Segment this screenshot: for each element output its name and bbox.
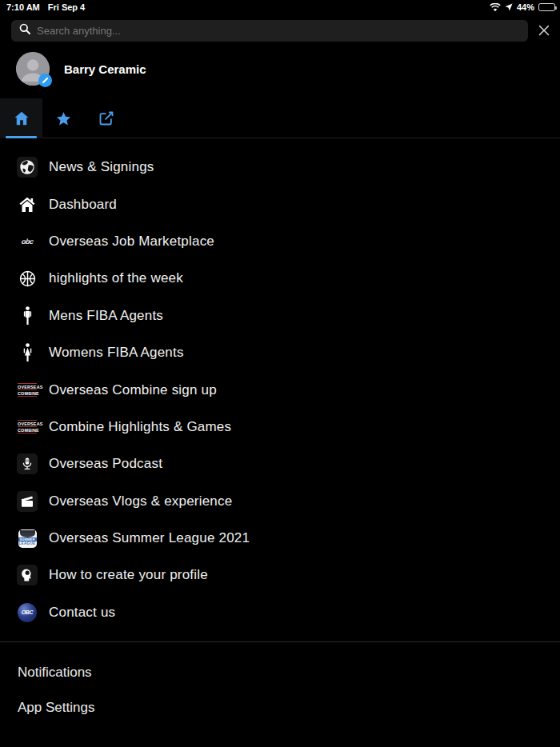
basketball-icon	[17, 268, 38, 289]
footer-item-label: Notifications	[18, 665, 92, 681]
obc-script-icon: obc	[17, 231, 38, 252]
male-figure-icon	[17, 306, 38, 326]
menu-item-label: Mens FIBA Agents	[49, 308, 163, 324]
status-time: 7:10 AM	[6, 2, 40, 12]
home-icon	[13, 110, 30, 127]
menu-item-combine-highlights[interactable]: OVERSEASCOMBINE Combine Highlights & Gam…	[0, 409, 560, 445]
menu-item-label: Overseas Combine sign up	[49, 382, 217, 398]
obc-script-text: obc	[21, 238, 34, 246]
wifi-icon	[490, 3, 501, 12]
pencil-edit-icon[interactable]	[38, 74, 52, 87]
menu-item-label: News & Signings	[49, 159, 154, 175]
menu-item-mens-fiba[interactable]: Mens FIBA Agents	[0, 298, 560, 334]
menu-item-contact-us[interactable]: OBC Contact us	[0, 594, 560, 631]
search-icon	[19, 23, 30, 38]
menu-item-dashboard[interactable]: Dashboard	[0, 186, 560, 222]
profile-name: Barry Ceramic	[64, 62, 146, 76]
tab-compose[interactable]	[85, 98, 127, 138]
obc-globe-logo-icon: OBC	[17, 602, 38, 623]
combine-logo-text: OVERSEAS	[18, 421, 37, 426]
status-bar: 7:10 AM Fri Sep 4 44%	[0, 0, 560, 14]
head-profile-icon	[17, 565, 38, 585]
clapperboard-icon	[17, 491, 38, 512]
menu-item-label: Overseas Job Marketplace	[49, 234, 214, 250]
search-row	[0, 18, 560, 42]
status-date: Fri Sep 4	[48, 2, 85, 12]
avatar[interactable]	[16, 52, 50, 86]
menu-item-label: Dashboard	[49, 197, 117, 213]
menu-item-news-signings[interactable]: News & Signings	[0, 149, 560, 186]
location-arrow-icon	[505, 3, 513, 11]
footer-item-label: App Settings	[18, 700, 94, 716]
profile-section[interactable]: Barry Ceramic	[0, 42, 560, 97]
menu-item-highlights[interactable]: highlights of the week	[0, 260, 560, 297]
menu-item-label: Combine Highlights & Games	[49, 419, 231, 435]
menu-item-label: Womens FIBA Agents	[49, 345, 184, 361]
overseas-combine-logo-icon: OVERSEASCOMBINE	[17, 417, 38, 437]
overseas-combine-logo-icon: OVERSEASCOMBINE	[17, 380, 38, 401]
menu-item-label: Overseas Vlogs & experience	[49, 493, 232, 509]
menu-list: News & Signings Dashboard obc Overseas J…	[0, 138, 560, 631]
menu-item-womens-fiba[interactable]: Womens FIBA Agents	[0, 334, 560, 371]
menu-item-label: Overseas Summer League 2021	[49, 530, 250, 546]
combine-logo-text: OVERSEAS	[18, 385, 37, 389]
menu-item-summer-league[interactable]: SUMMER LEAGUE Overseas Summer League 202…	[0, 520, 560, 557]
menu-item-label: highlights of the week	[49, 270, 183, 286]
battery-icon	[538, 3, 555, 11]
active-tab-underline	[6, 136, 37, 138]
star-icon	[55, 110, 72, 127]
summer-league-logo-icon: SUMMER LEAGUE	[17, 528, 38, 549]
summer-league-text: LEAGUE	[19, 541, 36, 546]
compose-icon	[98, 110, 114, 126]
combine-logo-text: COMBINE	[18, 391, 37, 396]
menu-item-label: Contact us	[49, 605, 115, 621]
basketball-graphic	[20, 530, 35, 537]
footer-menu: Notifications App Settings Log Out	[0, 642, 560, 747]
menu-item-job-marketplace[interactable]: obc Overseas Job Marketplace	[0, 223, 560, 260]
tab-bar	[0, 98, 560, 138]
menu-item-create-profile[interactable]: How to create your profile	[0, 557, 560, 593]
battery-percent: 44%	[517, 2, 534, 12]
microphone-icon	[17, 453, 38, 474]
search-input[interactable]	[37, 25, 520, 37]
menu-item-podcast[interactable]: Overseas Podcast	[0, 445, 560, 482]
obc-logo-text: OBC	[22, 609, 34, 615]
search-bar[interactable]	[11, 20, 528, 42]
house-icon	[17, 194, 38, 215]
menu-item-combine-signup[interactable]: OVERSEASCOMBINE Overseas Combine sign up	[0, 371, 560, 408]
footer-item-notifications[interactable]: Notifications	[0, 655, 560, 690]
menu-item-vlogs[interactable]: Overseas Vlogs & experience	[0, 483, 560, 520]
globe-icon	[17, 157, 38, 178]
female-figure-icon	[17, 342, 38, 363]
combine-logo-text: COMBINE	[18, 428, 37, 433]
menu-item-label: How to create your profile	[49, 567, 208, 583]
menu-item-label: Overseas Podcast	[49, 456, 162, 472]
footer-item-app-settings[interactable]: App Settings	[0, 690, 560, 725]
tab-favorites[interactable]	[42, 98, 85, 138]
footer-item-log-out[interactable]: Log Out	[0, 741, 560, 747]
close-icon[interactable]	[528, 18, 560, 42]
tab-home[interactable]	[0, 98, 42, 138]
